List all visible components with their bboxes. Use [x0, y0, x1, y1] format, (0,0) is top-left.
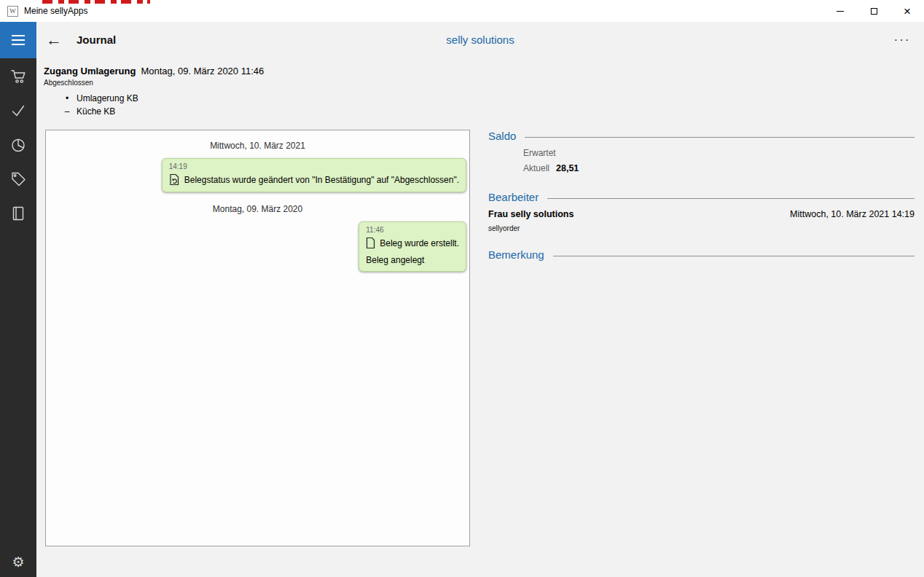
bullet-marker: • — [64, 93, 70, 103]
divider — [547, 198, 915, 199]
entry-time: 14:19 — [169, 162, 459, 170]
pie-chart-icon — [10, 137, 26, 153]
list-item: • Umlagerung KB — [64, 93, 264, 103]
window-title: Meine sellyApps — [24, 6, 87, 16]
section-heading: Bemerkung — [488, 248, 544, 261]
sidebar-item-statistics[interactable] — [10, 137, 26, 153]
cart-icon — [10, 68, 26, 85]
hamburger-icon — [12, 35, 25, 36]
editor-timestamp: Mittwoch, 10. März 2021 14:19 — [790, 209, 915, 219]
document-datetime: Montag, 09. März 2020 11:46 — [141, 66, 264, 76]
close-button[interactable]: × — [890, 0, 924, 22]
journal-timeline-panel[interactable]: Mittwoch, 10. März 2021 14:19 Belegstatu… — [45, 130, 470, 546]
list-item: – Küche KB — [64, 106, 264, 117]
section-heading: Saldo — [488, 130, 516, 142]
entry-time: 11:46 — [366, 226, 459, 234]
minimize-button[interactable] — [823, 0, 857, 22]
entry-note: Beleg angelegt — [366, 255, 459, 265]
expected-label: Erwartet — [523, 148, 915, 158]
document-icon — [366, 237, 375, 249]
hamburger-menu-button[interactable] — [0, 22, 36, 58]
date-separator: Montag, 09. März 2020 — [46, 204, 469, 214]
section-bemerkung: Bemerkung — [488, 248, 915, 261]
tag-icon — [10, 171, 26, 187]
document-header: Zugang UmlagerungMontag, 09. März 2020 1… — [44, 66, 264, 119]
section-heading: Bearbeiter — [488, 191, 539, 203]
journal-entry[interactable]: 11:46 Beleg wurde erstellt. Beleg angele… — [359, 221, 466, 272]
clipped-red-artifact — [42, 0, 150, 4]
sidebar-item-labels[interactable] — [10, 171, 26, 187]
details-panel: Saldo Erwartet Aktuell 28,51 Bearbeiter … — [488, 130, 915, 261]
document-status-icon — [169, 173, 180, 186]
sidebar-item-orders[interactable] — [10, 68, 26, 85]
sidebar: ⚙ — [0, 58, 36, 577]
document-title: Zugang Umlagerung — [44, 66, 136, 76]
divider — [553, 256, 915, 256]
entry-text: Beleg wurde erstellt. — [380, 238, 459, 248]
list-item-label: Umlagerung KB — [77, 93, 138, 103]
divider — [525, 137, 915, 138]
gear-icon: ⚙ — [12, 554, 24, 570]
maximize-button[interactable] — [857, 0, 890, 22]
date-separator: Mittwoch, 10. März 2021 — [46, 141, 469, 151]
dash-marker: – — [64, 106, 70, 117]
navbar: ← Journal selly solutions ··· — [0, 22, 924, 58]
app-icon: W — [7, 6, 18, 17]
app-header-title: selly solutions — [36, 22, 924, 58]
more-options-button[interactable]: ··· — [888, 22, 917, 58]
titlebar: W Meine sellyApps × — [0, 0, 924, 22]
close-icon: × — [904, 5, 911, 17]
list-item-label: Küche KB — [77, 106, 115, 117]
main-content: Zugang UmlagerungMontag, 09. März 2020 1… — [36, 58, 924, 577]
ellipsis-icon: ··· — [894, 33, 911, 47]
sidebar-item-journal[interactable] — [10, 205, 26, 221]
entry-text: Belegstatus wurde geändert von "In Bestä… — [184, 175, 459, 185]
check-icon — [10, 103, 26, 119]
status-badge: Abgeschlossen — [44, 79, 264, 87]
section-saldo: Saldo Erwartet Aktuell 28,51 — [488, 130, 915, 173]
editor-subtitle: sellyorder — [488, 224, 915, 232]
editor-name: Frau selly solutions — [488, 209, 573, 219]
settings-button[interactable]: ⚙ — [0, 552, 36, 571]
maximize-icon — [871, 8, 877, 15]
journal-entry[interactable]: 14:19 Belegstatus wurde geändert von "In… — [162, 158, 466, 192]
window-controls: × — [823, 0, 924, 22]
minimize-icon — [837, 11, 844, 12]
sidebar-item-tasks[interactable] — [10, 103, 26, 119]
actual-value: 28,51 — [556, 163, 579, 173]
section-bearbeiter: Bearbeiter Frau selly solutions Mittwoch… — [488, 191, 915, 232]
actual-label: Aktuell — [523, 163, 549, 173]
book-icon — [10, 205, 26, 221]
